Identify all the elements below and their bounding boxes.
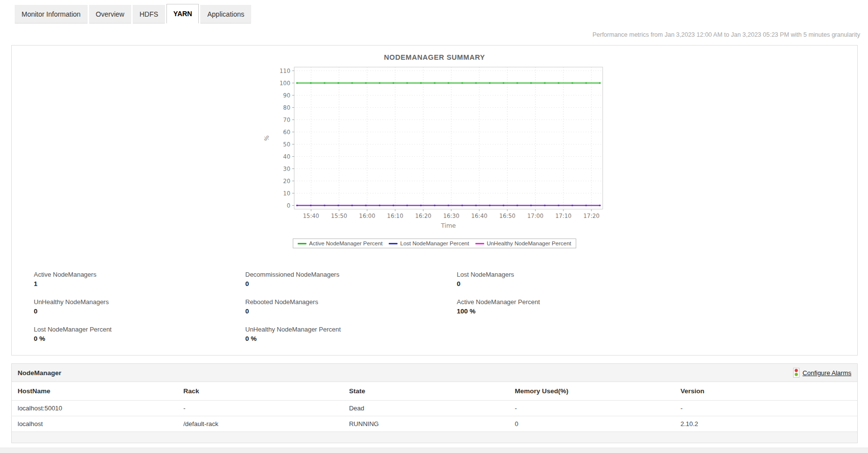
metric: UnHealthy NodeManagers0 <box>34 298 245 315</box>
svg-text:16:50: 16:50 <box>499 213 515 219</box>
chart-wrap: NODEMANAGER SUMMARY 15:4015:5016:0016:10… <box>261 53 609 248</box>
svg-text:80: 80 <box>283 104 290 111</box>
svg-text:90: 90 <box>283 92 290 99</box>
table-cell: localhost:50010 <box>12 401 177 416</box>
table-row: localhost:50010-Dead-- <box>12 401 857 416</box>
metric-label: Lost NodeManager Percent <box>34 326 245 333</box>
tab-hdfs[interactable]: HDFS <box>133 5 165 24</box>
table-title: NodeManager <box>18 369 61 377</box>
column-header: HostName <box>12 382 177 401</box>
column-header: Memory Used(%) <box>509 382 674 401</box>
svg-text:110: 110 <box>280 68 290 74</box>
svg-text:Time: Time <box>440 222 456 229</box>
table-cell: 2.10.2 <box>675 416 857 432</box>
table-cell: 0 <box>509 416 674 432</box>
legend-swatch <box>298 243 306 244</box>
svg-text:16:40: 16:40 <box>471 213 487 219</box>
svg-text:70: 70 <box>283 117 290 123</box>
table-header-bar: NodeManager Configure Alarms <box>12 364 857 382</box>
page-bottom-strip <box>0 448 868 453</box>
legend-swatch <box>475 243 484 244</box>
metric-value: 100 % <box>457 308 857 315</box>
column-header: State <box>343 382 509 401</box>
legend-item: Lost NodeManager Percent <box>389 240 469 246</box>
svg-text:17:20: 17:20 <box>583 213 599 219</box>
metric-value: 1 <box>34 280 245 287</box>
table-cell: - <box>509 401 674 416</box>
metric-value: 0 % <box>245 335 457 342</box>
table-row: localhost/default-rackRUNNING02.10.2 <box>12 416 857 432</box>
legend-item: Active NodeManager Percent <box>298 240 382 246</box>
svg-text:16:10: 16:10 <box>387 213 403 219</box>
metric-label: Active NodeManagers <box>34 271 245 278</box>
table-cell: - <box>675 401 857 416</box>
metric-value: 0 % <box>34 335 245 342</box>
svg-text:10: 10 <box>283 190 290 197</box>
page: Monitor InformationOverviewHDFSYARNAppli… <box>0 0 868 453</box>
metric-value: 0 <box>34 308 245 315</box>
legend-swatch <box>389 243 398 244</box>
column-header: Version <box>675 382 857 401</box>
legend-label: UnHealthy NodeManager Percent <box>487 240 571 246</box>
nodemanager-summary-panel: NODEMANAGER SUMMARY 15:4015:5016:0016:10… <box>11 45 858 356</box>
metric: Active NodeManager Percent100 % <box>457 298 857 315</box>
performance-metrics-note: Performance metrics from Jan 3,2023 12:0… <box>0 31 860 38</box>
chart-title: NODEMANAGER SUMMARY <box>261 53 609 61</box>
metric-label: Active NodeManager Percent <box>457 298 857 306</box>
table-head-row: HostNameRackStateMemory Used(%)Version <box>12 382 857 401</box>
svg-text:0: 0 <box>286 202 290 209</box>
legend-label: Lost NodeManager Percent <box>400 240 469 246</box>
metric-value: 0 <box>245 308 457 315</box>
table-body: localhost:50010-Dead--localhost/default-… <box>12 401 857 432</box>
legend-label: Active NodeManager Percent <box>309 240 382 246</box>
metric: Lost NodeManagers0 <box>457 271 857 287</box>
configure-alarms[interactable]: Configure Alarms <box>793 368 851 378</box>
svg-text:17:10: 17:10 <box>555 213 571 219</box>
metric-value: 0 <box>245 280 457 287</box>
svg-text:50: 50 <box>283 141 290 148</box>
svg-text:16:20: 16:20 <box>415 213 431 219</box>
metric-label: Decommissioned NodeManagers <box>245 271 457 278</box>
metric: Rebooted NodeManagers0 <box>245 298 457 315</box>
legend-items: Active NodeManager PercentLost NodeManag… <box>298 240 571 246</box>
metric-label: UnHealthy NodeManager Percent <box>245 326 457 333</box>
table-footer-strip <box>12 432 857 443</box>
svg-text:100: 100 <box>280 80 290 87</box>
nodemanager-table: HostNameRackStateMemory Used(%)Version l… <box>12 382 857 432</box>
svg-text:16:00: 16:00 <box>359 213 375 219</box>
metric-label: Lost NodeManagers <box>457 271 857 278</box>
traffic-light-icon <box>793 368 799 378</box>
tab-applications[interactable]: Applications <box>200 5 251 24</box>
svg-text:16:30: 16:30 <box>443 213 459 219</box>
column-header: Rack <box>177 382 343 401</box>
table-cell: /default-rack <box>177 416 343 432</box>
table-cell: Dead <box>343 401 509 416</box>
svg-text:60: 60 <box>283 129 290 136</box>
table-cell: RUNNING <box>343 416 509 432</box>
metric: Active NodeManagers1 <box>34 271 245 287</box>
metric-value: 0 <box>457 280 857 287</box>
svg-text:40: 40 <box>283 153 290 160</box>
tab-yarn[interactable]: YARN <box>166 4 199 24</box>
tab-overview[interactable]: Overview <box>89 5 131 24</box>
svg-text:%: % <box>263 135 270 141</box>
metric: Decommissioned NodeManagers0 <box>245 271 457 287</box>
metric: UnHealthy NodeManager Percent0 % <box>245 326 457 342</box>
svg-text:20: 20 <box>283 178 290 185</box>
svg-text:30: 30 <box>283 166 290 172</box>
nodemanager-table-panel: NodeManager Configure Alarms HostNameRac… <box>11 363 858 443</box>
tab-monitor-information[interactable]: Monitor Information <box>15 5 88 24</box>
metric-label: Rebooted NodeManagers <box>245 298 457 306</box>
table-cell: localhost <box>12 416 177 432</box>
svg-text:15:50: 15:50 <box>331 213 347 219</box>
legend-item: UnHealthy NodeManager Percent <box>475 240 571 246</box>
metric-label: UnHealthy NodeManagers <box>34 298 245 306</box>
svg-text:15:40: 15:40 <box>303 213 319 219</box>
metrics-grid: Active NodeManagers1Decommissioned NodeM… <box>34 271 857 342</box>
metric: Lost NodeManager Percent0 % <box>34 326 245 342</box>
svg-text:17:00: 17:00 <box>527 213 543 219</box>
configure-alarms-link[interactable]: Configure Alarms <box>802 369 851 377</box>
tab-bar: Monitor InformationOverviewHDFSYARNAppli… <box>15 4 868 24</box>
chart-legend: Active NodeManager PercentLost NodeManag… <box>293 238 576 248</box>
table-cell: - <box>177 401 343 416</box>
